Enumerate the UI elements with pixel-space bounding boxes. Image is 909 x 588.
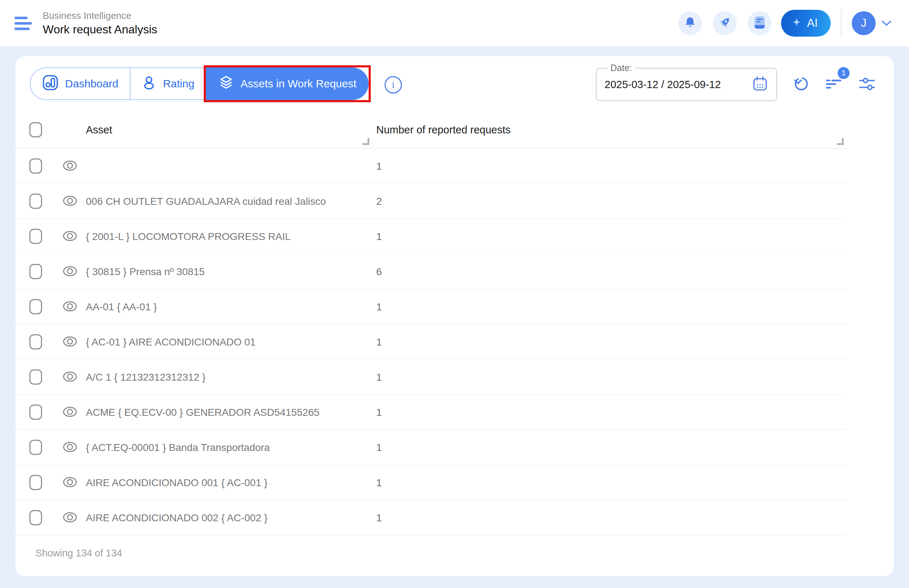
eye-icon[interactable] bbox=[62, 512, 78, 523]
asset-name: AIRE ACONDICIONADO 002 { AC-002 } bbox=[86, 512, 268, 524]
sparkle-icon bbox=[792, 17, 801, 30]
refresh-icon bbox=[791, 75, 809, 94]
table-row: AA-01 { AA-01 } 1 bbox=[16, 289, 848, 325]
docs-button[interactable] bbox=[748, 11, 772, 35]
eye-icon[interactable] bbox=[62, 406, 78, 418]
table-row: 1 bbox=[16, 149, 848, 184]
rocket-icon bbox=[718, 16, 732, 31]
row-checkbox[interactable] bbox=[29, 229, 42, 244]
select-all-checkbox[interactable] bbox=[29, 122, 42, 137]
eye-icon[interactable] bbox=[62, 336, 78, 347]
row-checkbox[interactable] bbox=[29, 405, 42, 420]
content-card: Dashboard Rating bbox=[16, 56, 894, 576]
top-bar: Business Intelligence Work request Analy… bbox=[0, 0, 909, 47]
layers-icon bbox=[218, 75, 234, 93]
info-icon: i bbox=[392, 79, 395, 90]
eye-icon[interactable] bbox=[62, 160, 78, 171]
ai-button-label: AI bbox=[807, 17, 818, 30]
table-row: 006 CH OUTLET GUADALAJARA cuidad real Ja… bbox=[16, 184, 848, 219]
journal-icon bbox=[754, 16, 765, 31]
row-checkbox[interactable] bbox=[29, 194, 42, 209]
row-checkbox[interactable] bbox=[29, 264, 42, 279]
request-count: 1 bbox=[376, 512, 382, 524]
eye-icon[interactable] bbox=[62, 371, 78, 383]
assets-table: Asset Number of reported requests 1 006 … bbox=[16, 111, 848, 559]
eye-icon[interactable] bbox=[62, 265, 78, 277]
column-header-asset[interactable]: Asset bbox=[86, 124, 112, 136]
table-row: AIRE ACONDICIONADO 001 { AC-001 } 1 bbox=[16, 465, 848, 500]
table-row: { 2001-L } LOCOMOTORA PROGRESS RAIL 1 bbox=[16, 219, 848, 254]
asset-name: { 30815 } Prensa nº 30815 bbox=[86, 266, 205, 278]
date-range-value[interactable]: 2025-03-12 / 2025-09-12 bbox=[605, 79, 721, 90]
info-button[interactable]: i bbox=[384, 76, 402, 94]
tab-rating[interactable]: Rating bbox=[130, 68, 206, 100]
tab-assets-in-work-request[interactable]: Assets in Work Request bbox=[206, 68, 369, 100]
row-checkbox[interactable] bbox=[29, 440, 42, 455]
avatar[interactable]: J bbox=[852, 11, 876, 35]
calendar-icon[interactable] bbox=[752, 75, 769, 94]
request-count: 6 bbox=[376, 266, 382, 278]
column-resize-handle[interactable] bbox=[837, 138, 844, 145]
table-footer-count: Showing 134 of 134 bbox=[36, 548, 848, 559]
sliders-icon bbox=[858, 75, 876, 94]
row-checkbox[interactable] bbox=[29, 299, 42, 314]
ai-assistant-button[interactable]: AI bbox=[781, 10, 831, 37]
request-count: 1 bbox=[376, 231, 382, 242]
table-body: 1 006 CH OUTLET GUADALAJARA cuidad real … bbox=[16, 149, 848, 535]
asset-name: 006 CH OUTLET GUADALAJARA cuidad real Ja… bbox=[86, 196, 326, 207]
filter-button[interactable]: 1 bbox=[825, 75, 842, 94]
breadcrumb: Business Intelligence bbox=[43, 10, 157, 22]
table-row: { AC-01 } AIRE ACONDICIONADO 01 1 bbox=[16, 325, 848, 360]
date-field-label: Date: bbox=[607, 63, 635, 73]
tab-label: Dashboard bbox=[65, 78, 118, 90]
settings-sliders-button[interactable] bbox=[858, 75, 876, 94]
bell-icon bbox=[683, 16, 697, 31]
date-range-field[interactable]: Date: 2025-03-12 / 2025-09-12 bbox=[596, 63, 777, 101]
toolbar-right: Date: 2025-03-12 / 2025-09-12 bbox=[596, 68, 876, 101]
table-header: Asset Number of reported requests bbox=[16, 111, 848, 149]
row-checkbox[interactable] bbox=[29, 510, 42, 525]
asset-name: ACME { EQ.ECV-00 } GENERADOR ASD54155265 bbox=[86, 407, 319, 418]
request-count: 1 bbox=[376, 336, 382, 348]
tab-dashboard[interactable]: Dashboard bbox=[30, 68, 130, 100]
asset-name: AIRE ACONDICIONADO 001 { AC-001 } bbox=[86, 477, 268, 489]
user-menu-chevron-down-icon[interactable] bbox=[882, 20, 891, 26]
divider bbox=[841, 9, 841, 38]
asset-name: { ACT.EQ-00001 } Banda Transportadora bbox=[86, 442, 270, 454]
table-row: { 30815 } Prensa nº 30815 6 bbox=[16, 254, 848, 289]
row-checkbox[interactable] bbox=[29, 475, 42, 490]
request-count: 2 bbox=[376, 196, 382, 207]
title-block: Business Intelligence Work request Analy… bbox=[43, 10, 157, 37]
notifications-button[interactable] bbox=[678, 11, 702, 35]
column-header-count[interactable]: Number of reported requests bbox=[376, 124, 511, 136]
annotation-highlight: Assets in Work Request bbox=[204, 65, 371, 102]
request-count: 1 bbox=[376, 372, 382, 383]
refresh-button[interactable] bbox=[791, 75, 809, 94]
request-count: 1 bbox=[376, 301, 382, 313]
whats-new-button[interactable] bbox=[713, 11, 737, 35]
person-icon bbox=[141, 75, 157, 93]
eye-icon[interactable] bbox=[62, 230, 78, 242]
request-count: 1 bbox=[376, 477, 382, 489]
asset-name: { AC-01 } AIRE ACONDICIONADO 01 bbox=[86, 336, 255, 348]
table-row: A/C 1 { 12132312312312 } 1 bbox=[16, 360, 848, 395]
asset-name: AA-01 { AA-01 } bbox=[86, 301, 157, 313]
eye-icon[interactable] bbox=[62, 441, 78, 453]
row-checkbox[interactable] bbox=[29, 369, 42, 384]
column-resize-handle[interactable] bbox=[362, 138, 369, 145]
dashboard-icon bbox=[42, 74, 59, 94]
request-count: 1 bbox=[376, 161, 382, 172]
avatar-initial: J bbox=[861, 17, 867, 30]
eye-icon[interactable] bbox=[62, 477, 78, 488]
top-right-actions: AI J bbox=[667, 9, 891, 38]
page-title: Work request Analysis bbox=[43, 22, 157, 37]
request-count: 1 bbox=[376, 442, 382, 454]
table-row: { ACT.EQ-00001 } Banda Transportadora 1 bbox=[16, 430, 848, 465]
eye-icon[interactable] bbox=[62, 195, 78, 207]
hamburger-menu-icon[interactable] bbox=[15, 17, 32, 30]
tab-group: Dashboard Rating bbox=[30, 68, 371, 102]
page: Business Intelligence Work request Analy… bbox=[0, 0, 909, 588]
eye-icon[interactable] bbox=[62, 300, 78, 312]
row-checkbox[interactable] bbox=[29, 334, 42, 349]
row-checkbox[interactable] bbox=[29, 158, 42, 174]
